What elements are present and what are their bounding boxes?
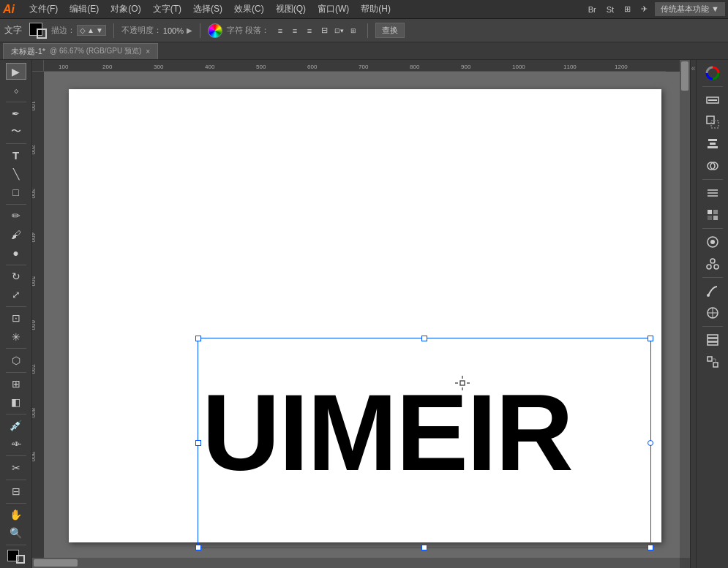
stroke-indicator[interactable] (16, 555, 25, 564)
workspace-button[interactable]: 传统基本功能 ▼ (655, 2, 725, 16)
color-wheel-button[interactable] (208, 23, 222, 38)
handle-top-center[interactable] (421, 336, 427, 341)
rotate-tool-btn[interactable]: ↻ (6, 268, 26, 284)
scrollbar-vertical[interactable] (680, 60, 690, 558)
appearance-panel-btn[interactable] (702, 183, 723, 203)
align-extra-btn[interactable]: ⊡▾ (332, 24, 345, 37)
free-transform-btn[interactable]: ⊡ (6, 310, 26, 327)
tab-close-button[interactable]: × (146, 48, 150, 56)
menu-file[interactable]: 文件(F) (23, 1, 64, 17)
artboards-btn[interactable] (702, 352, 723, 372)
scissors-btn[interactable]: ✂ (6, 459, 26, 476)
symbols-btn[interactable] (702, 254, 723, 274)
replace-button[interactable]: 查换 (375, 23, 405, 38)
pathfinder-panel-btn[interactable] (702, 156, 723, 176)
brushes-icon (706, 284, 719, 298)
svg-rect-42 (708, 210, 712, 214)
right-expand-panel[interactable]: « (690, 60, 696, 568)
hand-tool-btn[interactable]: ✋ (6, 507, 26, 523)
layers-icon (706, 333, 719, 347)
ruler-v-svg: 100 200 300 400 500 600 700 800 900 (32, 72, 44, 568)
svg-point-50 (714, 265, 718, 269)
menu-effect[interactable]: 效果(C) (228, 1, 270, 17)
menu-text[interactable]: 文字(T) (147, 1, 187, 17)
stroke-color[interactable] (37, 29, 47, 39)
canvas-text[interactable]: UIMEIR (202, 379, 572, 487)
blend-tool-btn[interactable]: ⬲ (6, 436, 26, 452)
menu-right-area: Br St ⊞ ✈ 传统基本功能 ▼ (585, 2, 725, 16)
svg-rect-60 (708, 357, 712, 361)
handle-top-left[interactable] (195, 336, 201, 341)
rp-sep-2 (702, 179, 723, 180)
svg-text:300: 300 (32, 189, 37, 199)
menu-help[interactable]: 帮助(H) (355, 1, 397, 17)
align-right-btn[interactable]: ≡ (303, 24, 316, 37)
handle-bot-center[interactable] (421, 545, 427, 550)
selection-tool-btn[interactable]: ▶ (6, 63, 26, 80)
stroke-arrow-btn[interactable]: ◇ ▲ ▼ (77, 25, 106, 36)
scroll-thumb-v[interactable] (681, 61, 688, 91)
align-center-btn[interactable]: ≡ (288, 24, 301, 37)
align-panel-btn[interactable] (702, 134, 723, 154)
handle-bot-right[interactable] (648, 545, 653, 550)
color-panel-btn[interactable] (702, 63, 723, 83)
scroll-thumb-h[interactable] (34, 559, 78, 567)
blob-tool-btn[interactable]: ● (6, 244, 26, 261)
scrollbar-horizontal[interactable] (32, 558, 680, 568)
perspective-btn[interactable]: ⬡ (6, 352, 26, 368)
mesh-tool-btn[interactable]: ⊞ (6, 375, 26, 392)
lt-sep-7 (6, 372, 26, 373)
brushes-btn[interactable] (702, 281, 723, 301)
grid-align-btn[interactable]: ⊞ (347, 24, 360, 37)
menu-window[interactable]: 窗口(W) (312, 1, 355, 17)
transform-panel-btn[interactable] (702, 112, 723, 132)
right-panel (696, 60, 728, 568)
opacity-arrow[interactable]: ▶ (187, 26, 192, 34)
stock-icon[interactable]: St (604, 4, 617, 15)
handle-mid-right[interactable] (648, 440, 653, 446)
stroke-arrow-dn: ▼ (96, 26, 103, 34)
tab-info: @ 66.67% (RGB/GPU 预览) (50, 46, 141, 56)
color-guide-btn[interactable] (702, 232, 723, 252)
menu-view[interactable]: 视图(Q) (270, 1, 312, 17)
lt-sep-9 (6, 455, 26, 456)
align-icon (706, 137, 719, 151)
font-section: 字符 段落： (227, 25, 269, 36)
paintbrush-tool-btn[interactable]: 🖌 (6, 226, 26, 243)
svg-point-49 (707, 265, 711, 269)
curvature-tool-btn[interactable]: 〜 (6, 124, 26, 140)
color-icon (705, 66, 720, 80)
zoom-tool-btn[interactable]: 🔍 (6, 525, 26, 542)
line-tool-btn[interactable]: ╲ (6, 165, 26, 182)
bridge-icon[interactable]: Br (585, 4, 599, 15)
pencil-tool-btn[interactable]: ✏ (6, 208, 26, 224)
pen-tool-btn[interactable]: ✒ (6, 105, 26, 121)
artboard-btn[interactable]: ⊟ (6, 482, 26, 499)
scale-tool-btn[interactable]: ⤢ (6, 287, 26, 303)
svg-rect-32 (707, 116, 714, 124)
shape-tool-btn[interactable]: □ (6, 184, 26, 201)
gradient-tool-btn[interactable]: ◧ (6, 394, 26, 411)
align-justify-btn[interactable]: ⊟ (318, 24, 331, 37)
grid-icon[interactable]: ⊞ (621, 3, 634, 15)
svg-line-52 (713, 263, 716, 265)
graphic-styles-btn[interactable] (702, 205, 723, 225)
handle-bot-left[interactable] (195, 545, 201, 550)
document-tab[interactable]: 未标题-1* @ 66.67% (RGB/GPU 预览) × (3, 43, 158, 59)
stroke-panel-btn[interactable] (702, 90, 723, 110)
swatches-btn[interactable] (702, 303, 723, 323)
layers-btn[interactable] (702, 330, 723, 350)
eyedropper-btn[interactable]: 💉 (6, 417, 26, 434)
handle-mid-left[interactable] (195, 440, 201, 446)
type-tool-btn[interactable]: T (6, 147, 26, 164)
direct-selection-btn[interactable]: ⬦ (6, 81, 26, 98)
ruler-vertical: 100 200 300 400 500 600 700 800 900 (32, 72, 44, 558)
menu-object[interactable]: 对象(O) (105, 1, 146, 17)
align-left-btn[interactable]: ≡ (274, 24, 287, 37)
menu-edit[interactable]: 编辑(E) (64, 1, 105, 17)
menu-select[interactable]: 选择(S) (187, 1, 228, 17)
rp-sep-3 (702, 228, 723, 229)
handle-top-right[interactable] (648, 336, 653, 341)
puppet-warp-btn[interactable]: ✳ (6, 328, 26, 345)
share-icon[interactable]: ✈ (638, 3, 650, 15)
